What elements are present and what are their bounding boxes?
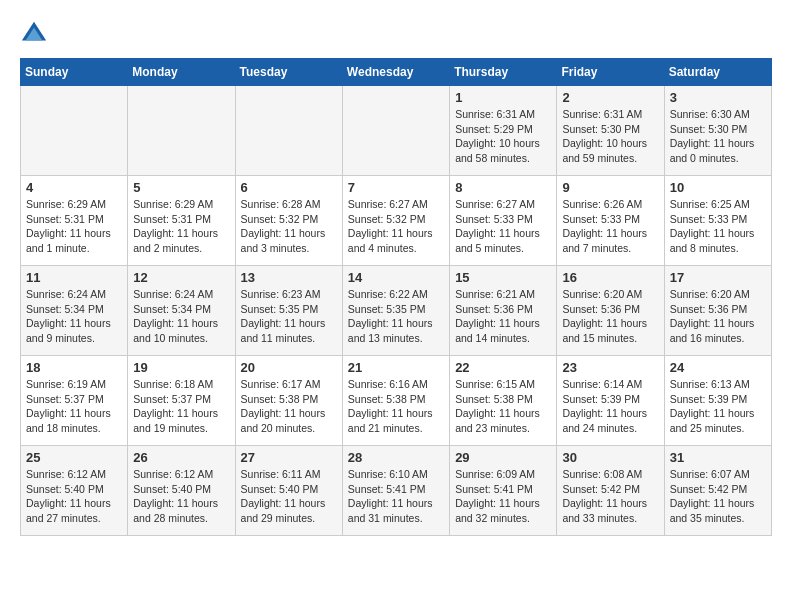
day-number: 5 [133,180,229,195]
calendar-cell: 2Sunrise: 6:31 AM Sunset: 5:30 PM Daylig… [557,86,664,176]
calendar-week-row: 4Sunrise: 6:29 AM Sunset: 5:31 PM Daylig… [21,176,772,266]
calendar-cell: 20Sunrise: 6:17 AM Sunset: 5:38 PM Dayli… [235,356,342,446]
day-number: 8 [455,180,551,195]
day-info: Sunrise: 6:27 AM Sunset: 5:33 PM Dayligh… [455,197,551,256]
calendar-cell [342,86,449,176]
calendar-cell: 24Sunrise: 6:13 AM Sunset: 5:39 PM Dayli… [664,356,771,446]
calendar-cell: 26Sunrise: 6:12 AM Sunset: 5:40 PM Dayli… [128,446,235,536]
calendar-cell: 18Sunrise: 6:19 AM Sunset: 5:37 PM Dayli… [21,356,128,446]
calendar-week-row: 11Sunrise: 6:24 AM Sunset: 5:34 PM Dayli… [21,266,772,356]
day-info: Sunrise: 6:24 AM Sunset: 5:34 PM Dayligh… [26,287,122,346]
day-header-wednesday: Wednesday [342,59,449,86]
calendar-table: SundayMondayTuesdayWednesdayThursdayFrid… [20,58,772,536]
day-info: Sunrise: 6:23 AM Sunset: 5:35 PM Dayligh… [241,287,337,346]
day-number: 4 [26,180,122,195]
calendar-cell [128,86,235,176]
day-info: Sunrise: 6:25 AM Sunset: 5:33 PM Dayligh… [670,197,766,256]
calendar-cell: 6Sunrise: 6:28 AM Sunset: 5:32 PM Daylig… [235,176,342,266]
day-info: Sunrise: 6:12 AM Sunset: 5:40 PM Dayligh… [26,467,122,526]
day-info: Sunrise: 6:28 AM Sunset: 5:32 PM Dayligh… [241,197,337,256]
day-header-tuesday: Tuesday [235,59,342,86]
day-number: 18 [26,360,122,375]
calendar-cell: 16Sunrise: 6:20 AM Sunset: 5:36 PM Dayli… [557,266,664,356]
day-info: Sunrise: 6:30 AM Sunset: 5:30 PM Dayligh… [670,107,766,166]
header-row: SundayMondayTuesdayWednesdayThursdayFrid… [21,59,772,86]
day-number: 11 [26,270,122,285]
calendar-cell: 10Sunrise: 6:25 AM Sunset: 5:33 PM Dayli… [664,176,771,266]
day-number: 3 [670,90,766,105]
calendar-week-row: 18Sunrise: 6:19 AM Sunset: 5:37 PM Dayli… [21,356,772,446]
day-info: Sunrise: 6:22 AM Sunset: 5:35 PM Dayligh… [348,287,444,346]
day-number: 23 [562,360,658,375]
day-number: 16 [562,270,658,285]
calendar-cell: 12Sunrise: 6:24 AM Sunset: 5:34 PM Dayli… [128,266,235,356]
day-info: Sunrise: 6:24 AM Sunset: 5:34 PM Dayligh… [133,287,229,346]
day-header-saturday: Saturday [664,59,771,86]
calendar-cell: 31Sunrise: 6:07 AM Sunset: 5:42 PM Dayli… [664,446,771,536]
calendar-cell: 7Sunrise: 6:27 AM Sunset: 5:32 PM Daylig… [342,176,449,266]
calendar-cell: 19Sunrise: 6:18 AM Sunset: 5:37 PM Dayli… [128,356,235,446]
day-info: Sunrise: 6:20 AM Sunset: 5:36 PM Dayligh… [562,287,658,346]
day-info: Sunrise: 6:29 AM Sunset: 5:31 PM Dayligh… [133,197,229,256]
calendar-cell: 8Sunrise: 6:27 AM Sunset: 5:33 PM Daylig… [450,176,557,266]
calendar-cell: 3Sunrise: 6:30 AM Sunset: 5:30 PM Daylig… [664,86,771,176]
calendar-cell: 21Sunrise: 6:16 AM Sunset: 5:38 PM Dayli… [342,356,449,446]
calendar-cell: 14Sunrise: 6:22 AM Sunset: 5:35 PM Dayli… [342,266,449,356]
day-number: 2 [562,90,658,105]
day-number: 20 [241,360,337,375]
day-info: Sunrise: 6:31 AM Sunset: 5:30 PM Dayligh… [562,107,658,166]
day-info: Sunrise: 6:11 AM Sunset: 5:40 PM Dayligh… [241,467,337,526]
day-number: 28 [348,450,444,465]
day-number: 1 [455,90,551,105]
calendar-cell: 30Sunrise: 6:08 AM Sunset: 5:42 PM Dayli… [557,446,664,536]
day-number: 10 [670,180,766,195]
day-number: 6 [241,180,337,195]
day-info: Sunrise: 6:14 AM Sunset: 5:39 PM Dayligh… [562,377,658,436]
day-info: Sunrise: 6:27 AM Sunset: 5:32 PM Dayligh… [348,197,444,256]
calendar-cell: 1Sunrise: 6:31 AM Sunset: 5:29 PM Daylig… [450,86,557,176]
logo-icon [20,20,48,48]
calendar-cell: 29Sunrise: 6:09 AM Sunset: 5:41 PM Dayli… [450,446,557,536]
calendar-cell [21,86,128,176]
day-number: 9 [562,180,658,195]
day-number: 24 [670,360,766,375]
calendar-cell: 9Sunrise: 6:26 AM Sunset: 5:33 PM Daylig… [557,176,664,266]
page-header [20,20,772,48]
day-info: Sunrise: 6:13 AM Sunset: 5:39 PM Dayligh… [670,377,766,436]
day-header-monday: Monday [128,59,235,86]
day-info: Sunrise: 6:08 AM Sunset: 5:42 PM Dayligh… [562,467,658,526]
day-number: 15 [455,270,551,285]
day-info: Sunrise: 6:26 AM Sunset: 5:33 PM Dayligh… [562,197,658,256]
logo [20,20,52,48]
day-info: Sunrise: 6:29 AM Sunset: 5:31 PM Dayligh… [26,197,122,256]
calendar-cell: 17Sunrise: 6:20 AM Sunset: 5:36 PM Dayli… [664,266,771,356]
day-info: Sunrise: 6:10 AM Sunset: 5:41 PM Dayligh… [348,467,444,526]
calendar-cell: 5Sunrise: 6:29 AM Sunset: 5:31 PM Daylig… [128,176,235,266]
calendar-cell: 4Sunrise: 6:29 AM Sunset: 5:31 PM Daylig… [21,176,128,266]
day-info: Sunrise: 6:07 AM Sunset: 5:42 PM Dayligh… [670,467,766,526]
day-number: 14 [348,270,444,285]
day-info: Sunrise: 6:09 AM Sunset: 5:41 PM Dayligh… [455,467,551,526]
day-header-friday: Friday [557,59,664,86]
calendar-cell: 22Sunrise: 6:15 AM Sunset: 5:38 PM Dayli… [450,356,557,446]
calendar-cell: 23Sunrise: 6:14 AM Sunset: 5:39 PM Dayli… [557,356,664,446]
calendar-cell: 11Sunrise: 6:24 AM Sunset: 5:34 PM Dayli… [21,266,128,356]
calendar-week-row: 25Sunrise: 6:12 AM Sunset: 5:40 PM Dayli… [21,446,772,536]
day-number: 31 [670,450,766,465]
calendar-cell: 28Sunrise: 6:10 AM Sunset: 5:41 PM Dayli… [342,446,449,536]
day-info: Sunrise: 6:20 AM Sunset: 5:36 PM Dayligh… [670,287,766,346]
day-number: 26 [133,450,229,465]
day-info: Sunrise: 6:31 AM Sunset: 5:29 PM Dayligh… [455,107,551,166]
calendar-week-row: 1Sunrise: 6:31 AM Sunset: 5:29 PM Daylig… [21,86,772,176]
day-number: 22 [455,360,551,375]
day-number: 25 [26,450,122,465]
day-info: Sunrise: 6:17 AM Sunset: 5:38 PM Dayligh… [241,377,337,436]
day-number: 27 [241,450,337,465]
day-info: Sunrise: 6:18 AM Sunset: 5:37 PM Dayligh… [133,377,229,436]
calendar-cell: 13Sunrise: 6:23 AM Sunset: 5:35 PM Dayli… [235,266,342,356]
day-number: 30 [562,450,658,465]
day-header-sunday: Sunday [21,59,128,86]
day-info: Sunrise: 6:15 AM Sunset: 5:38 PM Dayligh… [455,377,551,436]
calendar-cell: 27Sunrise: 6:11 AM Sunset: 5:40 PM Dayli… [235,446,342,536]
day-number: 19 [133,360,229,375]
